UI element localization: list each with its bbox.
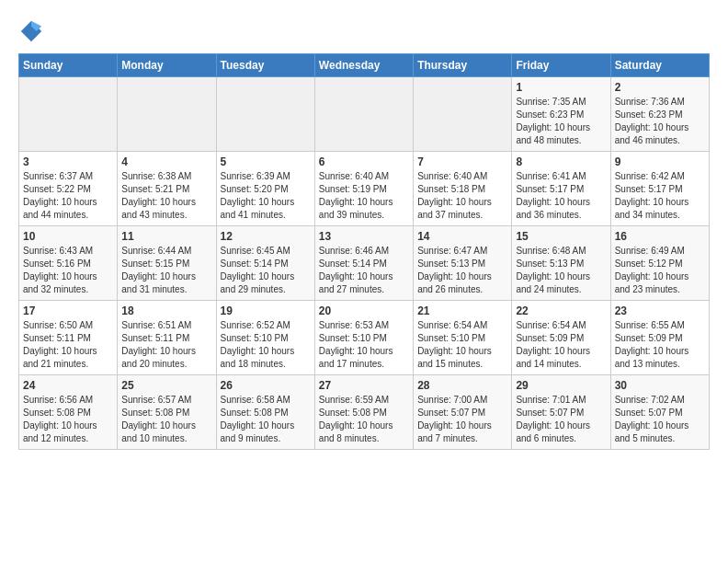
day-cell: [19, 77, 118, 152]
day-info: Sunrise: 6:39 AM Sunset: 5:20 PM Dayligh…: [221, 170, 311, 222]
day-cell: [216, 77, 314, 152]
day-cell: 23Sunrise: 6:55 AM Sunset: 5:09 PM Dayli…: [610, 301, 709, 375]
day-cell: 21Sunrise: 6:54 AM Sunset: 5:10 PM Dayli…: [414, 301, 512, 375]
day-number: 9: [615, 155, 705, 168]
day-cell: 18Sunrise: 6:51 AM Sunset: 5:11 PM Dayli…: [118, 301, 216, 375]
day-cell: 14Sunrise: 6:47 AM Sunset: 5:13 PM Dayli…: [414, 226, 512, 301]
day-number: 7: [417, 155, 507, 168]
header-cell-monday: Monday: [118, 54, 216, 77]
day-number: 12: [221, 230, 311, 243]
day-number: 17: [23, 304, 113, 317]
day-cell: [414, 77, 512, 152]
day-cell: 25Sunrise: 6:57 AM Sunset: 5:08 PM Dayli…: [118, 375, 216, 450]
day-number: 28: [417, 379, 507, 392]
week-row-5: 24Sunrise: 6:56 AM Sunset: 5:08 PM Dayli…: [19, 375, 710, 450]
header-cell-saturday: Saturday: [610, 54, 709, 77]
day-info: Sunrise: 6:37 AM Sunset: 5:22 PM Dayligh…: [23, 170, 113, 222]
day-info: Sunrise: 6:45 AM Sunset: 5:14 PM Dayligh…: [221, 245, 311, 296]
day-cell: 1Sunrise: 7:35 AM Sunset: 6:23 PM Daylig…: [512, 77, 610, 152]
day-number: 24: [23, 379, 113, 392]
week-row-1: 1Sunrise: 7:35 AM Sunset: 6:23 PM Daylig…: [19, 77, 710, 152]
day-info: Sunrise: 6:56 AM Sunset: 5:08 PM Dayligh…: [23, 394, 113, 445]
header-row: SundayMondayTuesdayWednesdayThursdayFrid…: [19, 54, 710, 77]
day-info: Sunrise: 6:53 AM Sunset: 5:10 PM Dayligh…: [319, 319, 409, 371]
week-row-3: 10Sunrise: 6:43 AM Sunset: 5:16 PM Dayli…: [19, 226, 710, 301]
header-cell-wednesday: Wednesday: [314, 54, 413, 77]
day-number: 16: [615, 230, 705, 243]
day-cell: 22Sunrise: 6:54 AM Sunset: 5:09 PM Dayli…: [512, 301, 610, 375]
day-cell: 27Sunrise: 6:59 AM Sunset: 5:08 PM Dayli…: [314, 375, 413, 450]
header-cell-sunday: Sunday: [19, 54, 118, 77]
day-number: 19: [221, 304, 311, 317]
header-cell-tuesday: Tuesday: [216, 54, 314, 77]
day-info: Sunrise: 6:49 AM Sunset: 5:12 PM Dayligh…: [615, 245, 705, 296]
day-number: 23: [615, 304, 705, 317]
day-cell: 29Sunrise: 7:01 AM Sunset: 5:07 PM Dayli…: [512, 375, 610, 450]
day-cell: 26Sunrise: 6:58 AM Sunset: 5:08 PM Dayli…: [216, 375, 314, 450]
day-cell: 28Sunrise: 7:00 AM Sunset: 5:07 PM Dayli…: [414, 375, 512, 450]
day-info: Sunrise: 7:00 AM Sunset: 5:07 PM Dayligh…: [417, 394, 507, 445]
day-cell: 9Sunrise: 6:42 AM Sunset: 5:17 PM Daylig…: [610, 152, 709, 226]
day-number: 18: [121, 304, 211, 317]
day-info: Sunrise: 6:54 AM Sunset: 5:09 PM Dayligh…: [516, 319, 606, 371]
day-info: Sunrise: 6:57 AM Sunset: 5:08 PM Dayligh…: [121, 394, 211, 445]
day-number: 13: [319, 230, 409, 243]
week-row-2: 3Sunrise: 6:37 AM Sunset: 5:22 PM Daylig…: [19, 152, 710, 226]
day-cell: 17Sunrise: 6:50 AM Sunset: 5:11 PM Dayli…: [19, 301, 118, 375]
day-info: Sunrise: 6:48 AM Sunset: 5:13 PM Dayligh…: [516, 245, 606, 296]
day-number: 26: [221, 379, 311, 392]
day-cell: 30Sunrise: 7:02 AM Sunset: 5:07 PM Dayli…: [610, 375, 709, 450]
day-cell: 6Sunrise: 6:40 AM Sunset: 5:19 PM Daylig…: [314, 152, 413, 226]
day-info: Sunrise: 7:01 AM Sunset: 5:07 PM Dayligh…: [516, 394, 606, 445]
day-number: 8: [516, 155, 606, 168]
day-number: 2: [615, 81, 705, 94]
day-number: 15: [516, 230, 606, 243]
day-number: 29: [516, 379, 606, 392]
day-cell: 7Sunrise: 6:40 AM Sunset: 5:18 PM Daylig…: [414, 152, 512, 226]
day-info: Sunrise: 6:40 AM Sunset: 5:19 PM Dayligh…: [319, 170, 409, 222]
day-info: Sunrise: 6:47 AM Sunset: 5:13 PM Dayligh…: [417, 245, 507, 296]
day-number: 27: [319, 379, 409, 392]
header-cell-friday: Friday: [512, 54, 610, 77]
day-number: 25: [121, 379, 211, 392]
calendar-header: SundayMondayTuesdayWednesdayThursdayFrid…: [19, 54, 710, 77]
day-info: Sunrise: 6:46 AM Sunset: 5:14 PM Dayligh…: [319, 245, 409, 296]
day-number: 21: [417, 304, 507, 317]
day-number: 10: [23, 230, 113, 243]
day-cell: 19Sunrise: 6:52 AM Sunset: 5:10 PM Dayli…: [216, 301, 314, 375]
day-info: Sunrise: 6:41 AM Sunset: 5:17 PM Dayligh…: [516, 170, 606, 222]
day-cell: [314, 77, 413, 152]
day-info: Sunrise: 7:02 AM Sunset: 5:07 PM Dayligh…: [615, 394, 705, 445]
day-number: 3: [23, 155, 113, 168]
day-number: 6: [319, 155, 409, 168]
day-info: Sunrise: 7:35 AM Sunset: 6:23 PM Dayligh…: [516, 96, 606, 147]
day-number: 14: [417, 230, 507, 243]
day-cell: 3Sunrise: 6:37 AM Sunset: 5:22 PM Daylig…: [19, 152, 118, 226]
day-cell: 12Sunrise: 6:45 AM Sunset: 5:14 PM Dayli…: [216, 226, 314, 301]
day-number: 1: [516, 81, 606, 94]
day-number: 11: [121, 230, 211, 243]
day-number: 30: [615, 379, 705, 392]
header: [18, 18, 710, 44]
day-info: Sunrise: 6:43 AM Sunset: 5:16 PM Dayligh…: [23, 245, 113, 296]
day-cell: 4Sunrise: 6:38 AM Sunset: 5:21 PM Daylig…: [118, 152, 216, 226]
day-info: Sunrise: 6:59 AM Sunset: 5:08 PM Dayligh…: [319, 394, 409, 445]
day-number: 20: [319, 304, 409, 317]
day-cell: 10Sunrise: 6:43 AM Sunset: 5:16 PM Dayli…: [19, 226, 118, 301]
day-number: 22: [516, 304, 606, 317]
day-info: Sunrise: 6:55 AM Sunset: 5:09 PM Dayligh…: [615, 319, 705, 371]
day-info: Sunrise: 6:54 AM Sunset: 5:10 PM Dayligh…: [417, 319, 507, 371]
day-cell: 16Sunrise: 6:49 AM Sunset: 5:12 PM Dayli…: [610, 226, 709, 301]
day-info: Sunrise: 6:52 AM Sunset: 5:10 PM Dayligh…: [221, 319, 311, 371]
day-info: Sunrise: 7:36 AM Sunset: 6:23 PM Dayligh…: [615, 96, 705, 147]
day-info: Sunrise: 6:38 AM Sunset: 5:21 PM Dayligh…: [121, 170, 211, 222]
day-info: Sunrise: 6:42 AM Sunset: 5:17 PM Dayligh…: [615, 170, 705, 222]
day-cell: 15Sunrise: 6:48 AM Sunset: 5:13 PM Dayli…: [512, 226, 610, 301]
logo-icon: [18, 18, 44, 44]
day-cell: 5Sunrise: 6:39 AM Sunset: 5:20 PM Daylig…: [216, 152, 314, 226]
day-cell: 13Sunrise: 6:46 AM Sunset: 5:14 PM Dayli…: [314, 226, 413, 301]
day-cell: 8Sunrise: 6:41 AM Sunset: 5:17 PM Daylig…: [512, 152, 610, 226]
day-cell: 20Sunrise: 6:53 AM Sunset: 5:10 PM Dayli…: [314, 301, 413, 375]
day-number: 5: [221, 155, 311, 168]
calendar-table: SundayMondayTuesdayWednesdayThursdayFrid…: [18, 53, 710, 450]
